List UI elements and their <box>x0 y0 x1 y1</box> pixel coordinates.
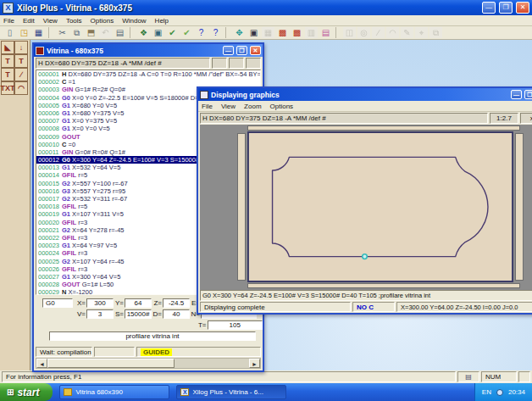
code-keyword: G1 <box>62 102 70 109</box>
scroll-left-arrow[interactable]: ◄ <box>36 359 47 368</box>
graphics-menu-zoom[interactable]: Zoom <box>244 103 261 110</box>
field-s[interactable]: 15000# <box>125 309 152 319</box>
help-icon[interactable]: ? <box>195 27 208 38</box>
field-label-Y: Y= <box>114 299 125 307</box>
graphics-menu-options[interactable]: Options <box>270 103 294 110</box>
line-number: 000014 <box>36 171 62 179</box>
toolbar-separator <box>130 27 134 38</box>
header-box-3[interactable] <box>246 58 261 69</box>
maximize-button[interactable]: ❐ <box>499 2 513 14</box>
tool-check-icon[interactable]: ✔ <box>166 27 179 38</box>
graphics-menu-view[interactable]: View <box>221 103 236 110</box>
header-box-2[interactable] <box>229 58 244 69</box>
tool-t1-icon[interactable]: T <box>1 54 14 68</box>
editor-icon[interactable]: ▤ <box>319 27 332 38</box>
scroll-right-arrow[interactable]: ► <box>249 359 260 368</box>
save-icon[interactable]: ▦ <box>32 27 45 38</box>
optimize-icon[interactable]: ❖ <box>137 27 150 38</box>
display-icon[interactable]: ▣ <box>152 27 164 38</box>
tray-app-icon[interactable] <box>496 389 503 396</box>
line-number: 000007 <box>36 117 62 125</box>
start-button[interactable]: ⊞ start <box>0 383 53 401</box>
code-keyword: G2 <box>62 180 70 187</box>
line-number: 000021 <box>36 226 62 234</box>
field-v[interactable]: 3 <box>86 309 114 319</box>
work-zones-2-icon[interactable]: ▩ <box>291 27 303 38</box>
paste-icon[interactable]: ⬒ <box>85 27 97 38</box>
menu-help[interactable]: Help <box>155 17 169 25</box>
arc-tool-icon[interactable]: ◠ <box>14 81 28 95</box>
taskbar-button[interactable]: Vitrina 680x390 <box>59 385 169 399</box>
tool-t3-icon[interactable]: T <box>1 68 14 81</box>
machine-rail-bottom <box>247 283 520 288</box>
line-number: 000017 <box>36 195 62 203</box>
toolbar-separator <box>48 27 53 38</box>
scroll-thumb[interactable] <box>47 359 175 368</box>
cut-icon[interactable]: ✂ <box>56 27 69 38</box>
clock[interactable]: 20:34 <box>508 388 525 396</box>
scale-indicator: 1:2.7 <box>490 113 518 124</box>
resize-grip-cell <box>518 371 530 382</box>
program-header-field[interactable]: H DX=680 DY=375 DZ=18 -A *MM /def # <box>36 58 210 69</box>
tool-check-2-icon[interactable]: ✔ <box>180 27 193 38</box>
code-keyword: GIN <box>62 86 73 93</box>
field-d[interactable]: 40 <box>163 309 190 319</box>
panel-tool-icon[interactable]: ◣ <box>1 41 14 54</box>
header-box-1[interactable] <box>212 58 227 69</box>
tool-t2-icon[interactable]: T <box>14 54 28 68</box>
code-line[interactable]: 000001H DX=680 DY=375 DZ=18 -A C=0 T=0 R… <box>36 70 260 78</box>
new-icon[interactable]: ▯ <box>3 27 16 38</box>
simulate-icon[interactable]: ✥ <box>233 27 246 38</box>
line-number: 000013 <box>36 164 62 171</box>
menu-edit[interactable]: Edit <box>23 17 35 25</box>
current-instruction-field: G0 X=300 Y=64 Z=-24.5 E=100# V=3 S=15000… <box>200 290 532 301</box>
comment-field[interactable]: profilare vitrina int <box>49 331 256 341</box>
menu-tools[interactable]: Tools <box>66 17 82 25</box>
toolbar-separator <box>335 27 340 38</box>
menu-window[interactable]: Window <box>122 17 146 25</box>
menu-file[interactable]: File <box>3 17 14 25</box>
scroll-track[interactable] <box>175 359 249 368</box>
taskbar-button[interactable]: XXilog Plus - Vitrina - 6... <box>176 385 286 399</box>
field-y[interactable]: 64 <box>125 298 152 308</box>
code-horizontal-scrollbar[interactable]: ◄ ► <box>36 358 261 369</box>
code-line[interactable]: 000002C =1 <box>36 78 260 86</box>
task-buttons: Vitrina 680x390XXilog Plus - Vitrina - 6… <box>53 385 286 399</box>
minimize-button[interactable]: — <box>482 2 496 14</box>
context-help-icon[interactable]: ? <box>209 27 222 38</box>
zoom-indicator: x 1 <box>520 113 532 124</box>
menu-view[interactable]: View <box>43 17 58 25</box>
code-minimize-button[interactable]: — <box>223 46 234 55</box>
text-tool-icon[interactable]: TXT <box>1 81 14 95</box>
graphics-canvas[interactable] <box>200 125 532 290</box>
copy-icon[interactable]: ⧉ <box>70 27 83 38</box>
command-field[interactable]: G0 <box>42 298 73 308</box>
field-t[interactable]: 105 <box>208 320 263 330</box>
close-button[interactable]: ✕ <box>516 2 529 14</box>
work-zones-icon[interactable]: ▩ <box>276 27 289 38</box>
graphics-maximize-button[interactable]: ❐ <box>524 90 532 99</box>
print-icon[interactable]: ▤ <box>114 27 126 38</box>
graphics-minimize-button[interactable]: — <box>511 90 522 99</box>
code-maximize-button[interactable]: ❐ <box>236 46 247 55</box>
undo-icon: ↶ <box>99 27 112 38</box>
code-text: X=680 Y=0 V=5 <box>70 102 117 109</box>
cut-diagonal-tool-icon[interactable]: ∕ <box>14 68 28 81</box>
graphics-menu-file[interactable]: File <box>202 103 213 110</box>
open-icon[interactable]: ◳ <box>18 27 30 38</box>
taskbar-button-label: Xilog Plus - Vitrina - 6... <box>192 388 263 396</box>
line-number: 000020 <box>36 219 62 226</box>
field-x[interactable]: 300 <box>86 298 114 308</box>
language-indicator[interactable]: EN <box>482 388 491 396</box>
code-keyword: G3 <box>62 187 70 195</box>
code-keyword: G1 <box>62 273 70 281</box>
line-number: 000023 <box>36 242 62 249</box>
line-number: 000003 <box>36 86 62 93</box>
code-close-button[interactable]: ✕ <box>250 46 261 55</box>
field-z[interactable]: -24.5 <box>163 298 190 308</box>
menu-options[interactable]: Options <box>91 17 114 25</box>
line-number: 000011 <box>36 148 62 156</box>
drill-vertical-tool-icon[interactable]: ↓ <box>14 41 28 54</box>
export-icon: ◫ <box>343 27 356 38</box>
machine-panel-icon[interactable]: ▣ <box>247 27 260 38</box>
